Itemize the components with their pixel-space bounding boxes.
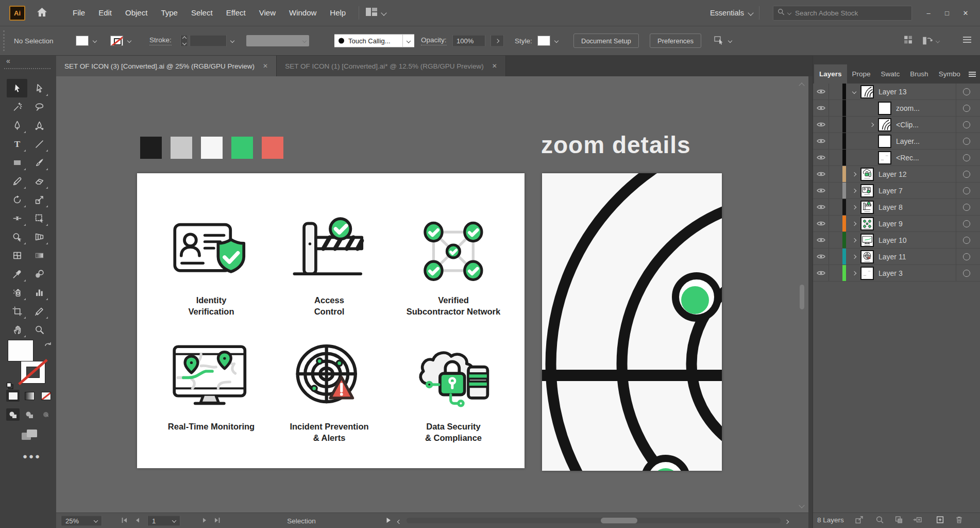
paintbrush-tool[interactable] <box>29 153 49 172</box>
symbol-sprayer-tool[interactable] <box>7 283 27 302</box>
blend-tool[interactable] <box>29 265 49 283</box>
panel-drag-handle[interactable] <box>3 30 5 51</box>
lock-toggle-cell[interactable] <box>829 249 842 265</box>
visibility-toggle-eye-icon[interactable] <box>813 100 829 116</box>
mesh-tool[interactable] <box>7 246 27 265</box>
hamburger-menu-icon[interactable] <box>962 36 972 45</box>
layer-name[interactable]: <Clip... <box>896 121 956 129</box>
perspective-grid-tool[interactable] <box>29 227 49 246</box>
scroll-down-icon[interactable] <box>800 500 804 509</box>
visibility-toggle-eye-icon[interactable] <box>813 199 829 215</box>
type-tool[interactable]: T <box>7 135 27 153</box>
close-tab-icon[interactable]: ✕ <box>492 62 497 70</box>
visibility-toggle-eye-icon[interactable] <box>813 133 829 149</box>
target-circle-icon[interactable] <box>963 204 970 211</box>
layer-name[interactable]: Layer 8 <box>878 203 956 211</box>
expand-chevron-icon[interactable] <box>848 206 860 209</box>
layer-thumbnail[interactable] <box>860 184 874 197</box>
eyedropper-tool[interactable] <box>7 265 27 283</box>
home-button[interactable] <box>37 7 47 19</box>
layer-target-cell[interactable] <box>956 166 980 182</box>
expand-chevron-icon[interactable] <box>848 189 860 192</box>
layer-row[interactable]: Layer 10 <box>813 232 980 249</box>
layer-thumbnail[interactable] <box>878 102 891 115</box>
layer-row[interactable]: Layer 13 <box>813 84 980 100</box>
opacity-expand-button[interactable] <box>491 35 504 47</box>
stroke-weight-stepper[interactable] <box>180 35 188 47</box>
layer-row[interactable]: <Rec... <box>813 150 980 166</box>
zoom-level-dropdown[interactable]: 25% <box>61 515 102 526</box>
previous-artboard-button[interactable] <box>134 516 140 525</box>
color-swatch-1[interactable] <box>140 137 162 159</box>
expand-chevron-icon[interactable] <box>848 239 860 242</box>
brush-chevron[interactable] <box>402 35 414 47</box>
layer-name[interactable]: Layer... <box>896 137 956 145</box>
close-tab-icon[interactable]: ✕ <box>263 62 268 70</box>
canvas-area[interactable]: Identity Verification Access Control <box>56 76 808 528</box>
layer-target-cell[interactable] <box>956 133 980 149</box>
zoom-details-artboard[interactable] <box>542 173 722 471</box>
opacity-label[interactable]: Opacity: <box>421 36 447 45</box>
horizontal-scrollbar-thumb[interactable] <box>601 518 637 523</box>
artboard-navigation-dropdown[interactable]: 1 <box>147 515 180 526</box>
target-circle-icon[interactable] <box>963 171 970 178</box>
layer-name[interactable]: Layer 3 <box>878 269 956 277</box>
layer-thumbnail[interactable] <box>878 151 891 164</box>
layer-thumbnail[interactable] <box>878 118 891 131</box>
swap-fill-stroke-icon[interactable] <box>44 341 53 351</box>
lock-toggle-cell[interactable] <box>829 183 842 199</box>
fill-color-swatch[interactable] <box>76 36 89 46</box>
close-button[interactable]: ✕ <box>956 9 975 17</box>
layer-row[interactable]: Layer 3 <box>813 265 980 282</box>
icon-tile-data-security[interactable]: Data Security & Compliance <box>389 343 518 444</box>
search-scope-chevron-icon[interactable] <box>787 11 791 15</box>
layer-target-cell[interactable] <box>956 150 980 166</box>
layer-name[interactable]: Layer 9 <box>878 220 956 228</box>
layer-thumbnail[interactable] <box>860 250 874 263</box>
layer-row[interactable]: Layer 7 <box>813 183 980 199</box>
layer-name[interactable]: Layer 10 <box>878 236 956 244</box>
color-swatch-5[interactable] <box>262 137 283 159</box>
layer-thumbnail[interactable] <box>860 217 874 230</box>
scroll-up-icon[interactable] <box>800 80 804 90</box>
shape-builder-tool[interactable] <box>7 227 27 246</box>
icon-tile-realtime-monitoring[interactable]: Real-Time Monitoring <box>147 343 276 433</box>
workspace-switcher[interactable]: Essentials <box>710 9 753 17</box>
line-segment-tool[interactable] <box>29 135 49 153</box>
visibility-toggle-eye-icon[interactable] <box>813 249 829 265</box>
color-swatch-2[interactable] <box>171 137 192 159</box>
rotate-tool[interactable] <box>7 190 27 209</box>
collapse-panel-button[interactable]: « <box>6 57 10 65</box>
panel-tab-symbo[interactable]: Symbo <box>934 64 966 84</box>
menu-item-edit[interactable]: Edit <box>92 0 119 26</box>
horizontal-scrollbar-track[interactable] <box>407 518 781 523</box>
arrange-documents-icon[interactable] <box>903 35 913 47</box>
target-circle-icon[interactable] <box>963 237 970 244</box>
layer-name[interactable]: Layer 13 <box>878 88 956 96</box>
more-tools-ellipsis[interactable]: ●●● <box>23 452 41 460</box>
isolate-mode-button[interactable] <box>714 35 732 47</box>
menu-item-select[interactable]: Select <box>184 0 219 26</box>
menu-item-file[interactable]: File <box>66 0 92 26</box>
menu-item-window[interactable]: Window <box>282 0 323 26</box>
layer-target-cell[interactable] <box>956 183 980 199</box>
draw-inside-button[interactable] <box>39 408 53 421</box>
layer-target-cell[interactable] <box>956 232 980 248</box>
lock-toggle-cell[interactable] <box>829 117 842 133</box>
visibility-toggle-eye-icon[interactable] <box>813 265 829 281</box>
menu-item-effect[interactable]: Effect <box>219 0 252 26</box>
lock-toggle-cell[interactable] <box>829 232 842 248</box>
layer-target-cell[interactable] <box>956 100 980 116</box>
gradient-button[interactable] <box>23 390 36 402</box>
layer-row[interactable]: Layer... <box>813 133 980 150</box>
main-artboard[interactable]: Identity Verification Access Control <box>137 173 525 468</box>
icon-tile-access-control[interactable]: Access Control <box>265 217 394 318</box>
adobe-stock-search[interactable] <box>773 6 912 21</box>
layer-target-cell[interactable] <box>956 216 980 232</box>
clipping-mask-icon[interactable] <box>894 515 903 526</box>
pen-tool[interactable] <box>7 116 27 135</box>
stroke-color-swatch[interactable] <box>110 36 123 46</box>
panel-menu-icon[interactable] <box>968 70 976 79</box>
lock-toggle-cell[interactable] <box>829 150 842 166</box>
lock-toggle-cell[interactable] <box>829 133 842 149</box>
